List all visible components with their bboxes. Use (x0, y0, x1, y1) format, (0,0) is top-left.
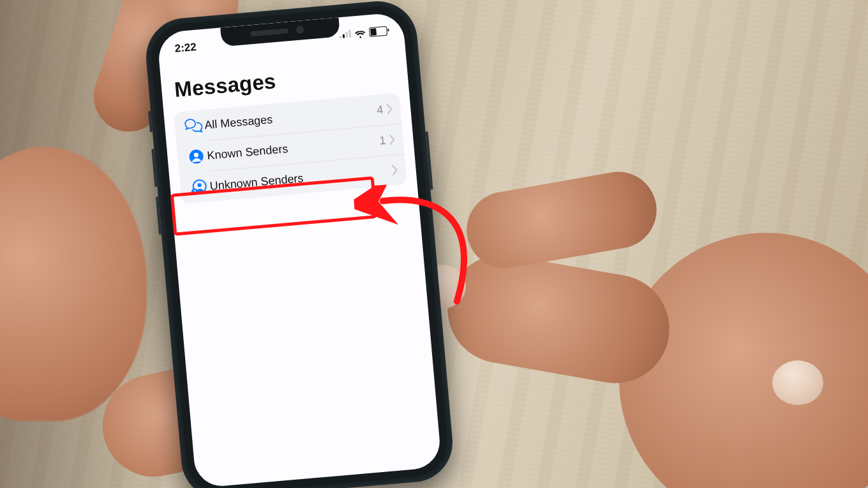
fingernail (772, 360, 823, 405)
battery-icon (369, 26, 387, 36)
cellular-signal-icon (339, 30, 351, 39)
svg-text:?: ? (193, 189, 197, 195)
phone-screen: 2:22 Messages (157, 12, 442, 488)
person-question-icon: ? (188, 178, 211, 196)
wifi-icon (354, 29, 366, 37)
screen-content: Messages All Messages 4 (160, 52, 417, 205)
person-circle-icon (185, 148, 208, 165)
row-label: Unknown Senders (209, 164, 389, 193)
row-count: 1 (379, 133, 387, 147)
chevron-right-icon (387, 103, 393, 114)
svg-point-3 (197, 183, 202, 188)
filter-list: All Messages 4 (174, 92, 407, 203)
chevron-right-icon (392, 165, 398, 175)
scene-background: 2:22 Messages (0, 0, 868, 488)
status-right (339, 26, 387, 39)
iphone-device: 2:22 Messages (143, 0, 456, 488)
chevron-right-icon (389, 134, 396, 145)
chat-bubbles-icon (182, 117, 205, 135)
status-time: 2:22 (174, 41, 197, 55)
row-count: 4 (376, 103, 384, 117)
